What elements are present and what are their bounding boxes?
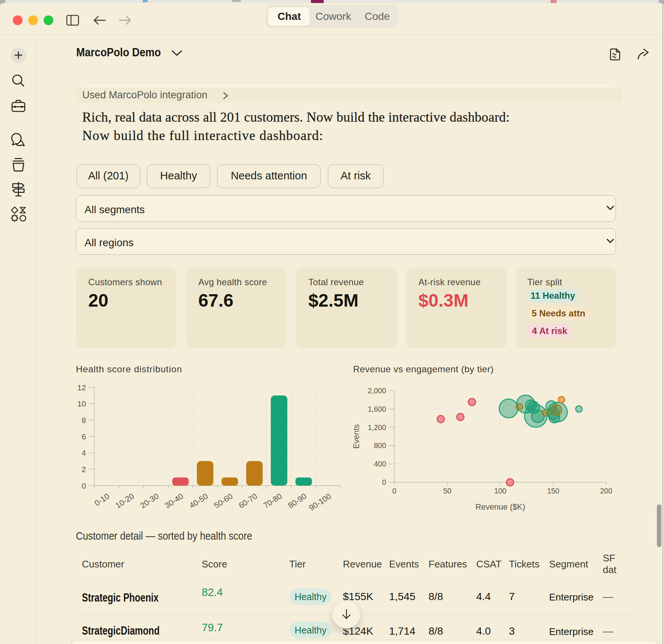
svg-text:Revenue vs engagement (by tier: Revenue vs engagement (by tier) — [353, 364, 494, 374]
svg-text:2,000: 2,000 — [368, 387, 386, 395]
svg-text:1,200: 1,200 — [368, 423, 386, 432]
svg-text:30-40: 30-40 — [163, 492, 185, 510]
svg-text:90-100: 90-100 — [307, 492, 332, 512]
svg-text:4: 4 — [81, 448, 86, 457]
svg-text:1,600: 1,600 — [368, 405, 386, 413]
svg-text:Health score distribution: Health score distribution — [76, 364, 182, 374]
svg-text:6: 6 — [81, 432, 86, 441]
svg-text:Events: Events — [353, 424, 361, 449]
svg-text:50-60: 50-60 — [213, 492, 234, 510]
svg-text:0-10: 0-10 — [93, 492, 111, 507]
svg-text:2: 2 — [81, 465, 86, 474]
svg-text:40-50: 40-50 — [188, 492, 210, 510]
svg-text:8: 8 — [81, 416, 86, 424]
svg-text:20-30: 20-30 — [139, 492, 160, 510]
svg-text:50: 50 — [443, 487, 451, 495]
svg-text:70-80: 70-80 — [262, 492, 284, 510]
svg-text:0: 0 — [392, 487, 397, 495]
svg-text:800: 800 — [374, 441, 386, 450]
svg-text:80-90: 80-90 — [286, 492, 308, 510]
svg-text:200: 200 — [600, 487, 613, 495]
svg-text:10: 10 — [77, 399, 86, 408]
svg-text:150: 150 — [547, 487, 560, 495]
svg-text:12: 12 — [77, 383, 86, 392]
svg-text:400: 400 — [374, 460, 386, 468]
svg-text:Revenue ($K): Revenue ($K) — [475, 503, 525, 512]
svg-text:60-70: 60-70 — [237, 492, 259, 510]
svg-text:0: 0 — [81, 481, 86, 490]
svg-text:10-20: 10-20 — [114, 492, 136, 510]
svg-text:0: 0 — [382, 478, 386, 486]
svg-text:100: 100 — [494, 487, 507, 495]
